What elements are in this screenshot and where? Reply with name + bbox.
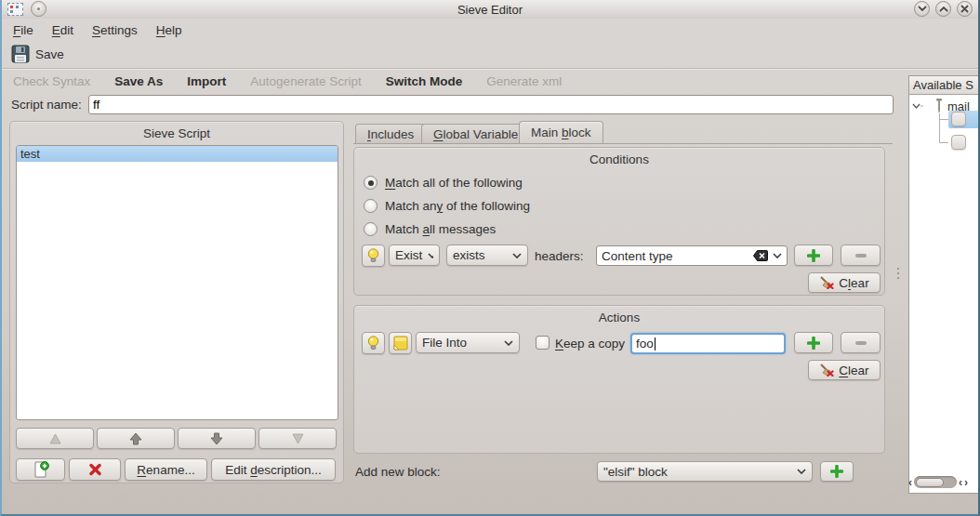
- chevron-down-icon: [504, 340, 513, 346]
- clear-text-icon[interactable]: [753, 250, 768, 261]
- radio-match-all-messages[interactable]: Match all messages: [364, 222, 496, 236]
- delete-x-icon: [88, 463, 102, 476]
- delete-script-button[interactable]: [69, 458, 121, 481]
- add-new-block-label: Add new block:: [355, 465, 441, 479]
- menu-help[interactable]: Help: [156, 23, 182, 37]
- available-scripts-panel: Available S mail: [908, 75, 980, 494]
- radio-label: Match any of the following: [385, 199, 530, 213]
- keep-a-copy-checkbox[interactable]: [536, 336, 550, 350]
- splitter-handle[interactable]: [897, 268, 899, 279]
- tab-global-variable[interactable]: Global Variable: [421, 124, 530, 143]
- horizontal-scrollbar[interactable]: ‹ ‹ ›: [908, 474, 980, 490]
- script-name-input[interactable]: [88, 95, 894, 114]
- server-pin-icon: [934, 98, 944, 113]
- add-block-button[interactable]: [820, 461, 854, 482]
- comment-note-button[interactable]: [389, 332, 412, 354]
- generate-xml-button[interactable]: Generate xml: [486, 74, 562, 88]
- import-button[interactable]: Import: [187, 74, 226, 88]
- move-bottom-icon: [291, 432, 305, 445]
- lightbulb-icon: [367, 248, 379, 263]
- note-icon: [393, 336, 408, 351]
- tree-connector: [939, 119, 948, 120]
- add-action-button[interactable]: [794, 332, 833, 353]
- save-label: Save: [35, 47, 64, 61]
- save-button[interactable]: Save: [9, 43, 70, 65]
- broom-clear-icon: [819, 276, 834, 289]
- radio-icon: [364, 176, 377, 190]
- scroll-right-icon[interactable]: ›: [964, 477, 968, 488]
- remove-condition-button[interactable]: [841, 245, 881, 266]
- clear-actions-button[interactable]: Clear: [808, 360, 881, 380]
- tab-includes[interactable]: Includes: [355, 124, 426, 143]
- broom-clear-icon: [819, 364, 834, 377]
- menu-settings[interactable]: Settings: [92, 23, 138, 37]
- clear-conditions-button[interactable]: Clear: [808, 272, 881, 293]
- help-bulb-button[interactable]: [362, 332, 385, 354]
- tab-main-block[interactable]: Main block: [519, 121, 603, 143]
- maximize-button[interactable]: [935, 1, 951, 17]
- chevron-down-icon: [773, 253, 782, 258]
- autogenerate-script-button[interactable]: Autogenerate Script: [250, 74, 361, 88]
- plus-icon: [807, 249, 820, 262]
- chevron-down-icon: [428, 253, 433, 258]
- chevron-down-icon: [797, 469, 806, 474]
- radio-match-all-following[interactable]: Match all of the following: [364, 176, 523, 190]
- save-as-button[interactable]: Save As: [114, 74, 163, 88]
- menu-edit[interactable]: Edit: [52, 23, 73, 37]
- close-button[interactable]: [957, 1, 973, 17]
- list-item[interactable]: test: [17, 146, 338, 162]
- action-type-combobox[interactable]: File Into: [416, 332, 520, 353]
- check-syntax-button[interactable]: Check Syntax: [13, 74, 90, 88]
- script-file-icon[interactable]: [951, 135, 966, 150]
- add-block-combobox[interactable]: "elsif" block: [597, 461, 813, 482]
- tree-expander-icon[interactable]: [912, 102, 923, 110]
- combobox-value: exists: [453, 248, 485, 262]
- move-bottom-button[interactable]: [258, 428, 337, 449]
- minimize-button[interactable]: [914, 1, 930, 17]
- chevron-up-icon: [939, 6, 948, 12]
- titlebar[interactable]: Sieve Editor: [2, 0, 978, 19]
- minus-icon: [854, 340, 867, 346]
- chevron-down-icon: [512, 253, 522, 258]
- script-name-row: Script name:: [2, 93, 978, 117]
- script-file-icon[interactable]: [951, 112, 966, 126]
- scroll-left-icon[interactable]: ‹: [908, 477, 912, 488]
- input-value: foo: [636, 337, 654, 351]
- comparator-combobox[interactable]: exists: [446, 245, 528, 266]
- header-value-combobox[interactable]: Content type: [596, 245, 788, 266]
- rename-button[interactable]: Rename...: [125, 458, 207, 481]
- scrollbar-track[interactable]: [914, 476, 957, 488]
- move-up-button[interactable]: [97, 428, 175, 449]
- sieve-script-list[interactable]: test: [16, 145, 338, 420]
- radio-match-any-following[interactable]: Match any of the following: [364, 199, 530, 213]
- plus-icon: [807, 337, 820, 350]
- remove-action-button[interactable]: [841, 332, 881, 353]
- combobox-value: "elsif" block: [603, 465, 668, 479]
- move-button-row: [16, 428, 338, 449]
- scroll-left-icon[interactable]: ‹: [959, 477, 962, 488]
- conditions-title: Conditions: [354, 152, 884, 166]
- match-type-combobox[interactable]: Exist: [389, 245, 440, 266]
- tree-connector: [939, 113, 940, 143]
- close-icon: [960, 5, 969, 13]
- actions-title: Actions: [354, 311, 884, 324]
- file-into-value-input[interactable]: foo: [630, 333, 786, 354]
- add-condition-button[interactable]: [794, 245, 833, 266]
- edit-description-button[interactable]: Edit description...: [211, 458, 336, 481]
- plus-icon: [830, 465, 843, 478]
- move-down-button[interactable]: [178, 428, 256, 449]
- switch-mode-button[interactable]: Switch Mode: [386, 74, 463, 88]
- actions-groupbox: Actions File Into Keep a copy foo: [353, 305, 885, 454]
- scrollbar-thumb[interactable]: [916, 478, 944, 487]
- available-scripts-header[interactable]: Available S: [909, 76, 979, 95]
- edit-description-label: Edit description...: [225, 463, 322, 477]
- text-caret: [655, 337, 656, 351]
- radio-icon: [364, 222, 377, 236]
- new-script-button[interactable]: [16, 458, 65, 481]
- move-top-icon: [48, 432, 62, 445]
- move-top-button[interactable]: [16, 428, 94, 449]
- floppy-disk-icon: [11, 45, 30, 63]
- menu-file[interactable]: File: [13, 23, 33, 37]
- help-bulb-button[interactable]: [362, 245, 385, 267]
- headers-label: headers:: [535, 249, 584, 263]
